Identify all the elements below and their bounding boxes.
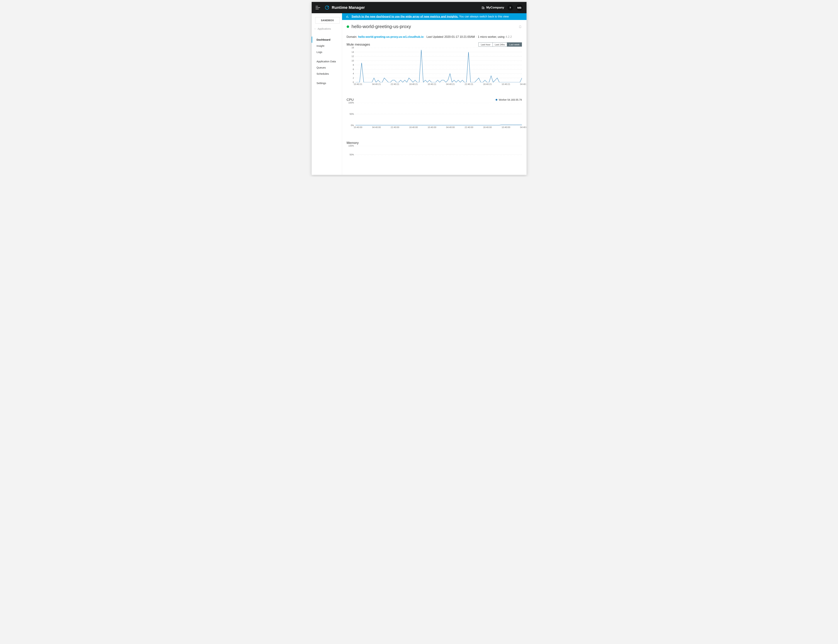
cpu-xtick: 16:40:00 xyxy=(483,126,492,128)
cpu-xtick: 16:40:00 xyxy=(409,126,418,128)
environment-selector[interactable]: SANDBOX xyxy=(315,17,340,23)
mule-ytick: 12 xyxy=(352,55,354,58)
mule-ytick: 16 xyxy=(352,46,354,49)
status-indicator-icon xyxy=(347,25,349,28)
cpu-xtick: 10:40:00 xyxy=(502,126,510,128)
help-button[interactable]: ? xyxy=(507,5,513,10)
domain-label: Domain: xyxy=(347,35,357,38)
time-range-last-hour[interactable]: Last hour xyxy=(479,43,492,46)
application-title: hello-world-greeting-us-proxy xyxy=(352,24,411,29)
mule-xtick: 10:40:21 xyxy=(354,83,362,85)
topbar: Runtime Manager MyCompany ? MB xyxy=(312,2,527,13)
mule-ytick: 6 xyxy=(353,68,354,71)
cpu-chart-title: CPU xyxy=(347,98,354,102)
cpu-chart xyxy=(356,103,522,125)
last-updated-label: Last Updated xyxy=(426,35,443,38)
cpu-legend: Worker 54.183.55.79 xyxy=(496,99,522,101)
mule-xtick: 10:40:21 xyxy=(428,83,436,85)
menu-toggle-button[interactable] xyxy=(316,6,320,9)
app-title: Runtime Manager xyxy=(332,5,365,10)
last-updated-value: 2020-01-17 10:21:00AM xyxy=(445,35,475,38)
mule-ytick: 14 xyxy=(352,51,354,53)
cpu-xaxis: 10:40:0004:40:0022:40:0016:40:0010:40:00… xyxy=(356,126,522,131)
mule-chart xyxy=(356,48,522,82)
cpu-xtick: 10:40:00 xyxy=(354,126,362,128)
time-range-last-24hs[interactable]: Last 24hs xyxy=(492,43,507,46)
cpu-xtick: 04:40:00 xyxy=(446,126,455,128)
memory-ytick: 100% xyxy=(348,145,354,147)
mule-ytick: 8 xyxy=(353,64,354,66)
mule-xtick: 16:40:21 xyxy=(409,83,418,85)
sidebar: SANDBOX ← Applications DashboardInsightL… xyxy=(312,13,342,175)
banner-tail-text: You can always switch back to this view xyxy=(459,15,509,18)
insights-icon xyxy=(346,15,349,18)
cpu-xtick: 22:40:00 xyxy=(391,126,399,128)
sidebar-nav: DashboardInsightLogsApplication DataQueu… xyxy=(312,36,342,86)
cpu-xtick: 10:40:00 xyxy=(428,126,436,128)
sidebar-item-insight[interactable]: Insight xyxy=(312,43,342,49)
mule-chart-title: Mule messages xyxy=(347,43,370,46)
mule-xtick: 10:40:21 xyxy=(502,83,510,85)
domain-link[interactable]: hello-world-greeting-us-proxy.us-w1.clou… xyxy=(358,35,423,38)
mule-xtick: 04:40:21 xyxy=(446,83,455,85)
mule-xaxis: 10:40:2104:40:2122:40:2116:40:2110:40:21… xyxy=(356,83,522,88)
memory-chart-title: Memory xyxy=(347,141,359,145)
sidebar-item-schedules[interactable]: Schedules xyxy=(312,71,342,77)
time-range-switch: Last hourLast 24hsLast week xyxy=(479,43,522,47)
applications-back-link[interactable]: ← Applications xyxy=(312,26,342,31)
sidebar-item-logs[interactable]: Logs xyxy=(312,49,342,55)
mule-ytick: 2 xyxy=(353,77,354,79)
org-switcher[interactable]: MyCompany xyxy=(482,6,504,9)
arrow-left-icon: ← xyxy=(314,27,317,30)
breadcrumb-label: Applications xyxy=(318,27,331,30)
notifications-button[interactable] xyxy=(519,25,522,28)
new-dashboard-banner: Switch to the new dashboard to use the w… xyxy=(342,13,527,20)
mule-ytick: 10 xyxy=(352,59,354,62)
mule-xtick: 22:40:21 xyxy=(391,83,399,85)
runtime-version: 4.2.2 xyxy=(505,35,512,38)
workers-label: 1 micro worker, using xyxy=(478,35,504,38)
cpu-xtick: 04:40:00 xyxy=(372,126,381,128)
mule-xtick: 16:40:21 xyxy=(483,83,492,85)
org-name: MyCompany xyxy=(486,6,504,9)
cpu-ytick: 100% xyxy=(348,102,354,104)
app-meta-line: Domain: hello-world-greeting-us-proxy.us… xyxy=(347,35,522,38)
legend-dot-icon xyxy=(496,99,497,101)
sidebar-item-dashboard[interactable]: Dashboard xyxy=(312,36,342,43)
legend-worker-label: Worker 54.183.55.79 xyxy=(499,99,522,101)
mule-xtick: 04:40:21 xyxy=(372,83,381,85)
app-frame: Runtime Manager MyCompany ? MB xyxy=(311,2,527,175)
sidebar-item-settings[interactable]: Settings xyxy=(312,80,342,86)
building-icon xyxy=(482,6,485,9)
product-logo-icon xyxy=(325,5,329,10)
mule-xtick: 04:40:21 xyxy=(520,83,527,85)
time-range-last-week[interactable]: Last week xyxy=(507,43,522,46)
user-avatar[interactable]: MB xyxy=(516,5,523,11)
main-area: Switch to the new dashboard to use the w… xyxy=(342,13,527,175)
cpu-xtick: 04:40:00 xyxy=(520,126,527,128)
sidebar-item-application-data[interactable]: Application Data xyxy=(312,58,342,64)
mule-ytick: 4 xyxy=(353,72,354,75)
memory-ytick: 50% xyxy=(349,153,354,156)
switch-dashboard-link[interactable]: Switch to the new dashboard to use the w… xyxy=(352,15,458,18)
svg-rect-3 xyxy=(483,7,484,9)
cpu-xtick: 22:40:00 xyxy=(465,126,473,128)
sidebar-item-queues[interactable]: Queues xyxy=(312,64,342,71)
memory-chart xyxy=(356,146,522,164)
cpu-ytick: 50% xyxy=(349,113,354,115)
mule-xtick: 22:40:21 xyxy=(465,83,473,85)
